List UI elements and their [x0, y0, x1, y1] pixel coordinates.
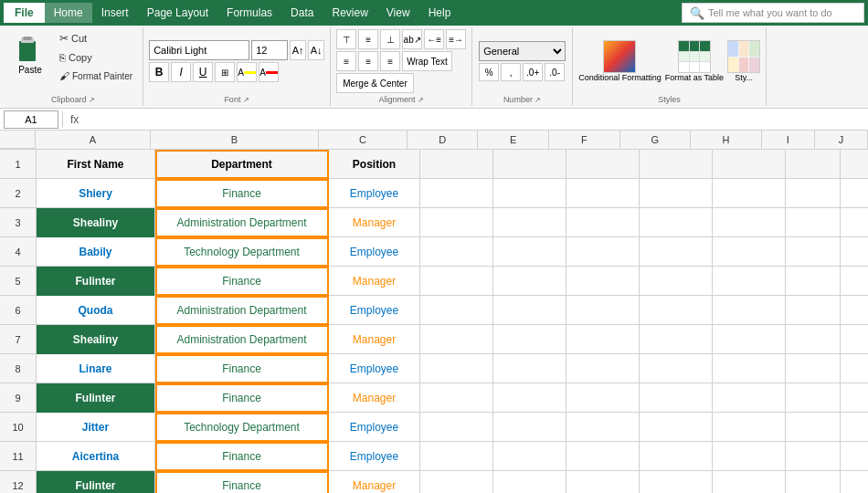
bottom-align-button[interactable]: ⊥ [380, 29, 400, 49]
menu-view[interactable]: View [377, 3, 419, 23]
wrap-text-button[interactable]: Wrap Text [402, 51, 452, 71]
menu-home[interactable]: Home [45, 3, 92, 23]
cell-h10[interactable] [713, 413, 786, 442]
format-painter-button[interactable]: 🖌Format Painter [55, 68, 137, 84]
cell-f10[interactable] [566, 413, 640, 442]
cell-f1[interactable] [566, 150, 640, 179]
formula-input[interactable] [82, 113, 864, 126]
cell-e7[interactable] [493, 325, 566, 354]
cell-reference-box[interactable] [4, 110, 58, 129]
menu-review[interactable]: Review [323, 3, 376, 23]
border-button[interactable]: ⊞ [215, 62, 235, 82]
cell-d7[interactable] [420, 325, 493, 354]
fill-color-button[interactable]: A [237, 62, 257, 82]
font-size-selector[interactable] [251, 40, 288, 60]
cell-g11[interactable] [640, 442, 713, 471]
cell-e11[interactable] [493, 442, 566, 471]
col-header-e[interactable]: E [478, 131, 549, 149]
cell-i10[interactable] [786, 413, 841, 442]
col-header-d[interactable]: D [408, 131, 479, 149]
cell-j4[interactable] [841, 237, 868, 267]
cell-d2[interactable] [420, 179, 493, 208]
cell-h2[interactable] [713, 179, 786, 208]
row-header-2[interactable]: 2 [0, 179, 37, 208]
cell-d9[interactable] [420, 383, 493, 413]
cell-i5[interactable] [786, 267, 841, 296]
cell-a11[interactable]: Aicertina [37, 442, 155, 471]
cell-a6[interactable]: Quoda [37, 296, 155, 325]
font-name-selector[interactable] [149, 40, 249, 60]
cell-a8[interactable]: Linare [37, 354, 155, 383]
cell-b9[interactable]: Finance [155, 383, 329, 413]
cell-b4[interactable]: Technology Department [155, 237, 329, 267]
indent-increase-button[interactable]: ≡→ [446, 29, 466, 49]
cell-e1[interactable] [493, 150, 566, 179]
cell-d11[interactable] [420, 442, 493, 471]
cell-e9[interactable] [493, 383, 566, 413]
font-increase-button[interactable]: A↑ [290, 40, 306, 60]
cell-f3[interactable] [566, 208, 640, 237]
cell-g9[interactable] [640, 383, 713, 413]
cell-e3[interactable] [493, 208, 566, 237]
cell-b5[interactable]: Finance [155, 267, 329, 296]
cell-c10[interactable]: Employee [329, 413, 420, 442]
cell-d8[interactable] [420, 354, 493, 383]
cell-b11[interactable]: Finance [155, 442, 329, 471]
cell-c12[interactable]: Manager [329, 471, 420, 493]
percent-button[interactable]: % [479, 63, 499, 81]
cell-c9[interactable]: Manager [329, 383, 420, 413]
col-header-c[interactable]: C [319, 131, 408, 149]
row-header-1[interactable]: 1 [0, 150, 37, 179]
cell-g7[interactable] [640, 325, 713, 354]
indent-decrease-button[interactable]: ←≡ [424, 29, 444, 49]
cell-b6[interactable]: Administration Department [155, 296, 329, 325]
cell-d4[interactable] [420, 237, 493, 267]
comma-button[interactable]: , [501, 63, 521, 81]
row-header-7[interactable]: 7 [0, 325, 37, 354]
increase-decimal-button[interactable]: .0+ [523, 63, 543, 81]
cell-d10[interactable] [420, 413, 493, 442]
cell-e5[interactable] [493, 267, 566, 296]
cell-h11[interactable] [713, 442, 786, 471]
cell-e12[interactable] [493, 471, 566, 493]
cell-c3[interactable]: Manager [329, 208, 420, 237]
cell-b10[interactable]: Technology Department [155, 413, 329, 442]
paste-button[interactable]: Paste [9, 29, 51, 78]
cell-b7[interactable]: Administration Department [155, 325, 329, 354]
cell-j10[interactable] [841, 413, 868, 442]
cell-h3[interactable] [713, 208, 786, 237]
menu-data[interactable]: Data [281, 3, 323, 23]
cell-j9[interactable] [841, 383, 868, 413]
cut-button[interactable]: ✂Cut [55, 29, 137, 47]
italic-button[interactable]: I [171, 62, 191, 82]
cell-a2[interactable]: Shiery [37, 179, 155, 208]
cell-e4[interactable] [493, 237, 566, 267]
decrease-decimal-button[interactable]: .0- [545, 63, 565, 81]
cell-i6[interactable] [786, 296, 841, 325]
cell-h1[interactable] [713, 150, 786, 179]
cell-j12[interactable] [841, 471, 868, 493]
cell-g3[interactable] [640, 208, 713, 237]
cell-d3[interactable] [420, 208, 493, 237]
cell-i12[interactable] [786, 471, 841, 493]
row-header-10[interactable]: 10 [0, 413, 37, 442]
select-all-button[interactable] [0, 131, 36, 149]
cell-h5[interactable] [713, 267, 786, 296]
col-header-b[interactable]: B [151, 131, 319, 149]
cell-b12[interactable]: Finance [155, 471, 329, 493]
cell-a5[interactable]: Fulinter [37, 267, 155, 296]
cell-d12[interactable] [420, 471, 493, 493]
cell-f11[interactable] [566, 442, 640, 471]
cell-c5[interactable]: Manager [329, 267, 420, 296]
cell-a9[interactable]: Fulinter [37, 383, 155, 413]
cell-d6[interactable] [420, 296, 493, 325]
cell-h4[interactable] [713, 237, 786, 267]
cell-c4[interactable]: Employee [329, 237, 420, 267]
cell-j8[interactable] [841, 354, 868, 383]
cell-g8[interactable] [640, 354, 713, 383]
cell-g12[interactable] [640, 471, 713, 493]
cell-h8[interactable] [713, 354, 786, 383]
cell-e2[interactable] [493, 179, 566, 208]
font-decrease-button[interactable]: A↓ [308, 40, 324, 60]
cell-b3[interactable]: Administration Department [155, 208, 329, 237]
